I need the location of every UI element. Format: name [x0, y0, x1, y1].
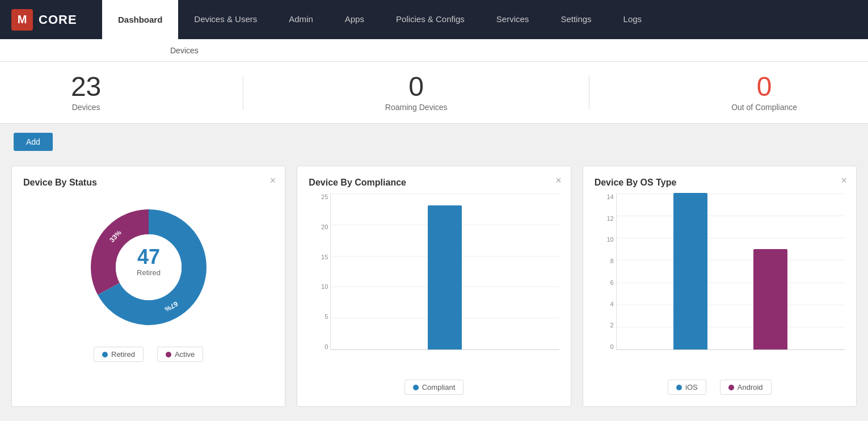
- nav-item-admin[interactable]: Admin: [273, 0, 329, 39]
- legend-ios-dot: [676, 385, 682, 390]
- stat-devices-label: Devices: [71, 103, 101, 112]
- y-label-10: 10: [321, 283, 328, 290]
- nav-item-dashboard[interactable]: Dashboard: [102, 0, 178, 39]
- os-y-10: 10: [606, 236, 613, 243]
- svg-text:Retired: Retired: [137, 268, 161, 277]
- y-label-25: 25: [321, 193, 328, 200]
- card-device-by-status: Device By Status × 67% 33% 47 Retired: [11, 166, 285, 407]
- card2-legend: Compliant: [309, 380, 559, 395]
- nav-item-settings[interactable]: Settings: [545, 0, 607, 39]
- bar-android-rect: [753, 249, 787, 350]
- os-y-6: 6: [610, 279, 614, 286]
- legend-android-dot: [728, 385, 734, 390]
- donut-chart: 67% 33% 47 Retired: [81, 199, 217, 335]
- stat-roaming: 0 Roaming Devices: [385, 73, 448, 112]
- legend-active-label: Active: [175, 350, 195, 359]
- card3-legend: iOS Android: [595, 380, 845, 395]
- nav-item-services[interactable]: Services: [481, 0, 545, 39]
- logo-text: CORE: [39, 12, 77, 27]
- os-y-4: 4: [610, 301, 614, 308]
- bar-android: [753, 249, 787, 350]
- stat-roaming-label: Roaming Devices: [385, 103, 448, 112]
- compliance-yaxis: 0 5 10 15 20 25: [309, 193, 328, 350]
- stat-devices-value: 23: [71, 73, 101, 100]
- nav-item-devices-users[interactable]: Devices & Users: [178, 0, 273, 39]
- card2-close-button[interactable]: ×: [555, 175, 562, 186]
- os-chart-inner: [616, 193, 845, 350]
- stat-compliance: 0 Out of Compliance: [731, 73, 797, 112]
- y-label-5: 5: [325, 313, 328, 320]
- os-y-0: 0: [610, 343, 614, 350]
- nav-item-logs[interactable]: Logs: [608, 0, 658, 39]
- os-bar-chart: 0 2 4 6 8 10 12 14: [595, 193, 845, 364]
- stat-devices: 23 Devices: [71, 73, 101, 112]
- y-label-20: 20: [321, 224, 328, 230]
- y-label-0: 0: [325, 343, 328, 350]
- bar-ios-rect: [673, 193, 707, 350]
- add-button[interactable]: Add: [14, 133, 53, 151]
- logo: M CORE: [0, 0, 102, 39]
- legend-ios-label: iOS: [685, 383, 698, 391]
- os-y-12: 12: [606, 215, 613, 222]
- legend-compliant-label: Compliant: [422, 383, 456, 391]
- stats-bar: 23 Devices 0 Roaming Devices 0 Out of Co…: [0, 62, 868, 124]
- legend-active: Active: [157, 347, 203, 362]
- bar-compliant: [428, 205, 462, 350]
- os-yaxis: 0 2 4 6 8 10 12 14: [595, 193, 614, 350]
- compliance-bar-chart: 0 5 10 15 20 25: [309, 193, 559, 364]
- top-navigation: M CORE Dashboard Devices & Users Admin A…: [0, 0, 868, 39]
- stat-compliance-value: 0: [731, 73, 797, 100]
- legend-retired-label: Retired: [111, 350, 135, 359]
- os-y-8: 8: [610, 258, 614, 264]
- legend-active-dot: [166, 352, 171, 357]
- bar-ios: [673, 193, 707, 350]
- legend-retired: Retired: [94, 347, 144, 362]
- legend-ios: iOS: [668, 380, 706, 395]
- stat-roaming-value: 0: [385, 73, 448, 100]
- legend-compliant-dot: [413, 385, 419, 390]
- card3-title: Device By OS Type: [595, 178, 677, 187]
- nav-items: Dashboard Devices & Users Admin Apps Pol…: [102, 0, 658, 39]
- card-device-by-os: Device By OS Type × 0 2 4 6 8 10 12 14: [583, 166, 857, 407]
- card1-title: Device By Status: [23, 178, 97, 187]
- os-y-14: 14: [606, 193, 613, 200]
- y-label-15: 15: [321, 254, 328, 260]
- donut-chart-container: 67% 33% 47 Retired: [23, 199, 273, 335]
- legend-compliant: Compliant: [404, 380, 464, 395]
- card2-title: Device By Compliance: [309, 178, 406, 187]
- subnav-item-devices[interactable]: Devices: [159, 39, 210, 61]
- svg-text:47: 47: [137, 245, 160, 268]
- card-device-by-compliance: Device By Compliance × 0 5 10 15 20 25: [297, 166, 571, 407]
- stat-divider-2: [589, 75, 589, 110]
- sub-navigation: Devices: [0, 39, 868, 62]
- card3-close-button[interactable]: ×: [841, 175, 847, 186]
- stat-divider-1: [243, 75, 243, 110]
- bar-compliant-rect: [428, 205, 462, 350]
- nav-item-policies-configs[interactable]: Policies & Configs: [380, 0, 481, 39]
- card1-close-button[interactable]: ×: [270, 175, 276, 186]
- legend-retired-dot: [102, 352, 108, 357]
- dashboard-grid: Device By Status × 67% 33% 47 Retired: [0, 160, 868, 418]
- compliance-chart-inner: [330, 193, 559, 350]
- nav-item-apps[interactable]: Apps: [329, 0, 380, 39]
- stat-compliance-label: Out of Compliance: [731, 103, 797, 112]
- os-y-2: 2: [610, 322, 614, 329]
- card1-legend: Retired Active: [23, 347, 273, 362]
- legend-android: Android: [720, 380, 772, 395]
- logo-icon: M: [11, 9, 33, 31]
- legend-android-label: Android: [738, 383, 763, 391]
- toolbar: Add: [0, 124, 868, 160]
